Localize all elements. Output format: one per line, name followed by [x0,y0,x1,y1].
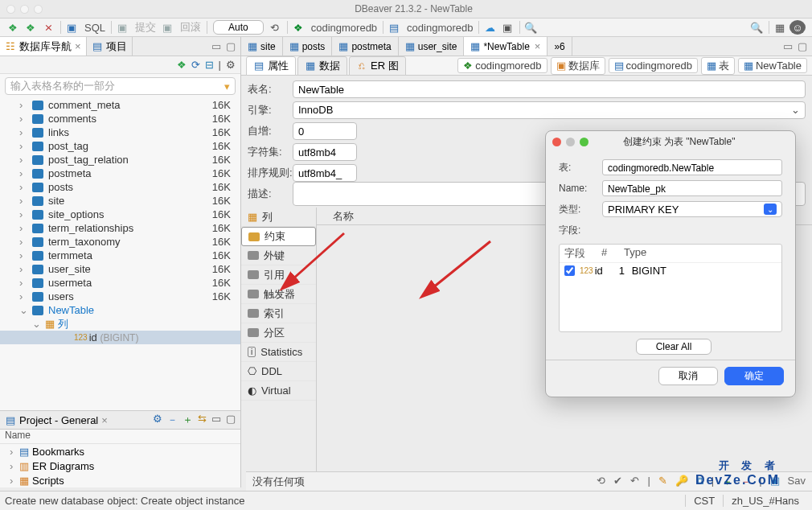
save-label[interactable]: Sav [788,475,806,489]
tree-table-label[interactable]: termmeta [48,249,210,261]
sidenav-item[interactable]: ⎔DDL [241,362,316,381]
chevron-right-icon[interactable]: › [19,208,29,220]
chevron-right-icon[interactable]: › [19,140,29,152]
txn-mode-button[interactable]: Auto [213,20,264,35]
gear-icon[interactable]: ⚙ [153,413,162,427]
chevron-right-icon[interactable]: › [10,475,19,487]
new-driver-icon[interactable]: ❖ [23,20,39,35]
crumb-dbname[interactable]: ▤codingmoredb [609,58,698,73]
sub-tab-data[interactable]: ▦数据 [297,56,347,76]
tab-project[interactable]: ▤ 项目 [87,37,133,56]
autoinc-field[interactable]: 0 [293,122,357,140]
filter-icon[interactable]: ▾ [224,80,230,93]
minimize-pane-icon[interactable]: ▭ [211,40,221,52]
db-icon[interactable]: ▤ [386,20,402,35]
plus-icon[interactable]: ＋ [182,413,193,427]
chevron-right-icon[interactable]: › [19,195,29,207]
max-editor-icon[interactable]: ▢ [798,40,807,52]
minus-icon[interactable]: － [167,413,178,427]
ok-button[interactable]: 确定 [724,367,784,385]
chevron-right-icon[interactable]: › [19,263,29,275]
tree-table-label[interactable]: posts [48,181,210,193]
sidenav-item[interactable]: 约束 [241,227,316,246]
tree-table-label[interactable]: usermeta [48,277,210,289]
search-tb-icon[interactable]: 🔍 [523,20,539,35]
tree-table-label[interactable]: user_site [48,263,210,275]
charset-field[interactable]: utf8mb4 [293,143,357,161]
chevron-right-icon[interactable]: › [19,249,29,261]
disconnect-icon[interactable]: ⨯ [40,20,56,35]
sidenav-item[interactable]: ▦列 [241,208,316,227]
tree-table-label[interactable]: site [48,195,210,207]
commit-button[interactable]: 提交 [132,20,159,35]
sidenav-item[interactable]: 引用 [241,265,316,285]
project-item[interactable]: Bookmarks [32,446,84,458]
cloud-icon[interactable]: ☁ [482,20,498,35]
editor-tab[interactable]: ▦*NewTable× [464,37,547,56]
dlg-row-checkbox[interactable] [564,265,575,276]
tree-table-label[interactable]: post_tag [48,140,210,152]
dlg-type-select[interactable]: PRIMARY KEY⌄ [602,201,782,217]
sidenav-item[interactable]: 索引 [241,304,316,323]
search-input[interactable]: 输入表格名称的一部分 ▾ [5,77,236,95]
dlg-column-table[interactable]: 字段 # Type 123 id 1 BIGINT [559,244,782,332]
dlg-row-id[interactable]: 123 id 1 BIGINT [560,263,781,278]
tree-table-label[interactable]: post_tag_relation [48,154,210,166]
connect-tool-icon[interactable]: ❖ [177,59,187,71]
rollback-button[interactable]: 回滚 [177,20,204,35]
rollback-icon[interactable]: ▣ [159,20,175,35]
new-connection-icon[interactable]: ❖ [5,20,21,35]
tree-column-id[interactable]: id (BIGINT) [89,331,240,343]
close-icon[interactable]: × [101,414,108,426]
editor-tab[interactable]: ▦user_site [399,37,465,56]
check-icon[interactable]: ✔ [613,475,622,489]
conn-icon[interactable]: ❖ [290,20,306,35]
chevron-right-icon[interactable]: › [19,99,29,111]
engine-field[interactable]: InnoDB⌄ [293,101,806,119]
tablename-field[interactable]: NewTable [293,80,806,98]
chevron-right-icon[interactable]: › [10,446,19,458]
crumb-conn[interactable]: codingmoredb [308,22,380,34]
editor-tab[interactable]: ▦posts [283,37,333,56]
sub-tab-props[interactable]: ▤属性 [246,56,296,76]
sub-tab-er[interactable]: ⎌ER 图 [349,56,406,76]
tree-table-label[interactable]: postmeta [48,167,210,179]
tree-table-label[interactable]: term_taxonomy [48,236,210,248]
refresh-icon[interactable]: ⟲ [597,475,605,489]
min-editor-icon[interactable]: ▭ [783,40,793,52]
chevron-right-icon[interactable]: › [19,113,29,125]
project-item[interactable]: ER Diagrams [32,460,94,472]
tree-table-label[interactable]: site_options [48,208,210,220]
chevron-right-icon[interactable]: › [19,277,29,289]
dlg-close-icon[interactable] [552,138,561,146]
tree-table-label[interactable]: term_relationships [48,222,210,234]
dlg-name-field[interactable]: NewTable_pk [602,180,782,196]
chevron-right-icon[interactable]: › [19,222,29,234]
dlg-table-field[interactable]: codingmoredb.NewTable [602,159,782,175]
commit-icon[interactable]: ▣ [114,20,130,35]
chevron-right-icon[interactable]: › [10,460,19,472]
chevron-down-icon[interactable]: ⌄ [32,318,42,330]
collation-field[interactable]: utf8mb4_ [293,164,357,182]
sidenav-item[interactable]: 外键 [241,246,316,265]
clear-all-button[interactable]: Clear All [636,339,712,355]
sidenav-item[interactable]: iStatistics [241,343,316,362]
chevron-right-icon[interactable]: › [19,236,29,248]
sql-icon[interactable]: ▣ [64,20,80,35]
crumb-db[interactable]: codingmoredb [404,22,476,34]
tab-db-navigator[interactable]: ☷ 数据库导航 × [0,37,87,56]
tree-newtable[interactable]: NewTable [48,304,240,316]
tree-table-label[interactable]: links [48,126,210,138]
config-icon[interactable]: ⚙ [226,59,236,71]
collapse-icon[interactable]: ⊟ [205,59,214,71]
project-item[interactable]: Scripts [32,475,64,487]
traffic-close-icon[interactable] [6,5,15,14]
chevron-right-icon[interactable]: › [19,126,29,138]
editor-tab[interactable]: ▦postmeta [332,37,398,56]
avatar-icon[interactable]: ☺ [789,20,806,35]
project-panel-tab[interactable]: ▤ Project - General × ⚙ － ＋ ⇆ ▭▢ [0,410,240,430]
cancel-button[interactable]: 取消 [658,367,718,385]
sql-label[interactable]: SQL [81,22,109,34]
link-icon[interactable]: ⇆ [198,413,207,427]
overflow-tab[interactable]: »6 [547,37,572,56]
